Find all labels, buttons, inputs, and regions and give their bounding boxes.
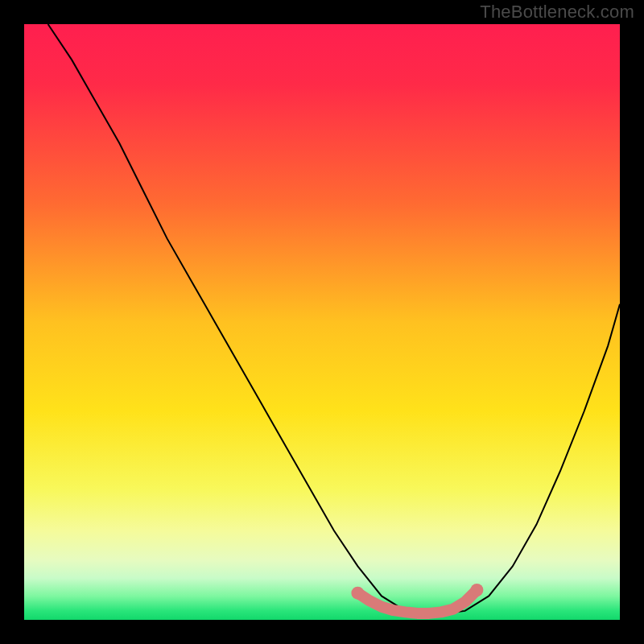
watermark-text: TheBottleneck.com [480,2,634,23]
plot-svg [24,24,620,620]
chart-frame: TheBottleneck.com [0,0,644,644]
plot-area [24,24,620,620]
optimal-range-end-dot [470,584,483,597]
gradient-background [24,24,620,620]
optimal-range-end-dot [351,587,364,600]
